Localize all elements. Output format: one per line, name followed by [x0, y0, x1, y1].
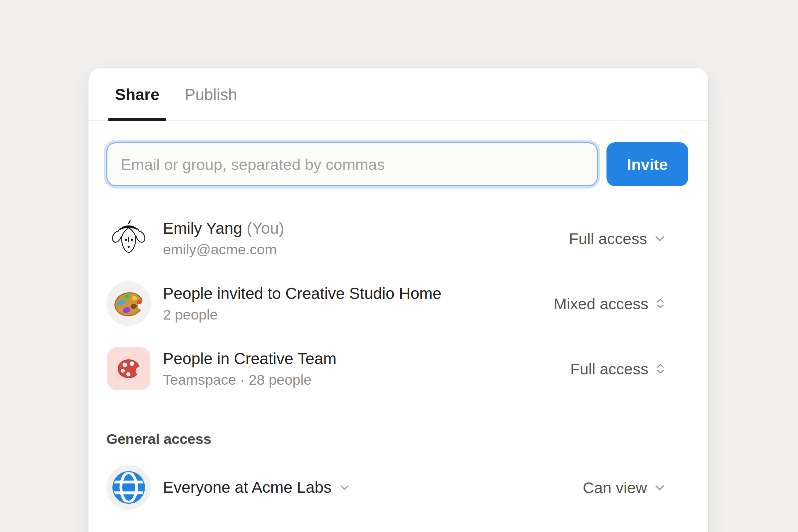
chevron-down-icon	[652, 480, 667, 495]
teamspace-name: People in Creative Team	[163, 348, 337, 370]
person-email: emily@acme.com	[163, 240, 284, 259]
avatar	[107, 346, 151, 391]
access-label: Full access	[569, 229, 647, 248]
tab-share[interactable]: Share	[108, 68, 166, 121]
dialog-content: Invite	[89, 142, 708, 510]
list-item-invited-group: People invited to Creative Studio Home 2…	[107, 281, 688, 326]
teamspace-info: People in Creative Team Teamspace · 28 p…	[163, 348, 337, 390]
avatar	[107, 216, 151, 261]
list-item-everyone: Everyone at Acme Labs Can view	[107, 465, 688, 510]
tab-publish-label: Publish	[185, 86, 237, 104]
red-palette-icon	[115, 355, 142, 383]
chevron-down-icon	[338, 481, 351, 494]
access-label: Can view	[583, 478, 647, 497]
access-dropdown-everyone[interactable]: Can view	[583, 478, 688, 497]
tab-publish[interactable]: Publish	[178, 68, 243, 121]
people-list: Emily Yang (You) emily@acme.com Full acc…	[107, 216, 688, 391]
artist-palette-icon	[109, 284, 148, 323]
invite-row: Invite	[107, 142, 688, 186]
avatar-circle	[107, 465, 151, 510]
access-dropdown-emily[interactable]: Full access	[569, 229, 688, 248]
person-name: Emily Yang (You)	[163, 217, 284, 240]
person-avatar-illustration-icon	[111, 218, 146, 258]
list-item-creative-team: People in Creative Team Teamspace · 28 p…	[107, 346, 688, 391]
general-access-heading: General access	[107, 431, 688, 447]
access-dropdown-invited-group[interactable]: Mixed access	[554, 294, 688, 313]
everyone-scope-dropdown[interactable]: Everyone at Acme Labs	[163, 476, 351, 498]
group-member-count: 2 people	[163, 305, 441, 324]
footer-divider	[89, 530, 708, 530]
list-item-emily: Emily Yang (You) emily@acme.com Full acc…	[107, 216, 688, 261]
teamspace-member-count: Teamspace · 28 people	[163, 370, 337, 390]
tab-share-label: Share	[115, 86, 159, 104]
group-name: People invited to Creative Studio Home	[163, 283, 441, 305]
avatar-circle	[107, 281, 151, 326]
person-you-suffix: (You)	[242, 220, 284, 237]
access-label: Full access	[570, 360, 648, 378]
access-dropdown-creative-team[interactable]: Full access	[570, 360, 688, 378]
avatar	[107, 465, 151, 510]
access-label: Mixed access	[554, 294, 648, 313]
globe-icon	[111, 470, 146, 505]
email-input[interactable]	[107, 142, 598, 186]
dialog-tab-bar: Share Publish	[89, 68, 708, 121]
chevron-down-icon	[652, 231, 667, 246]
share-dialog: Share Publish Invite	[89, 68, 708, 532]
everyone-label: Everyone at Acme Labs	[163, 476, 331, 498]
group-info: People invited to Creative Studio Home 2…	[163, 283, 441, 324]
avatar	[107, 281, 151, 326]
chevron-up-down-icon	[654, 362, 667, 375]
invite-button[interactable]: Invite	[607, 142, 688, 186]
chevron-up-down-icon	[654, 297, 667, 310]
person-name-text: Emily Yang	[163, 220, 242, 237]
teamspace-icon-tile	[107, 347, 150, 391]
person-info: Emily Yang (You) emily@acme.com	[163, 217, 284, 259]
